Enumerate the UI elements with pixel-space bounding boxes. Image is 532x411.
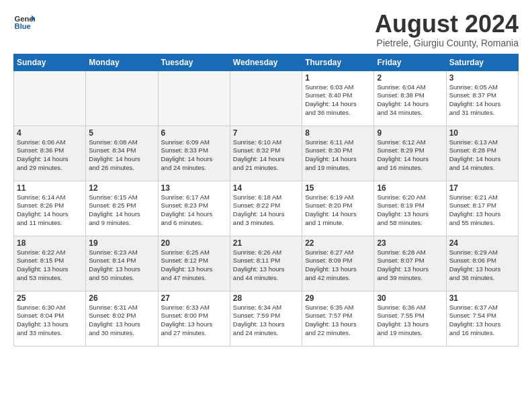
calendar-cell: 8Sunrise: 6:11 AMSunset: 8:30 PMDaylight… [302,126,374,181]
calendar-cell: 23Sunrise: 6:28 AMSunset: 8:07 PMDayligh… [374,236,446,291]
day-info: Sunrise: 6:10 AMSunset: 8:32 PMDaylight:… [233,138,299,173]
header: General Blue August 2024 Pietrele, Giurg… [13,11,519,48]
day-info: Sunrise: 6:25 AMSunset: 8:12 PMDaylight:… [161,248,227,283]
day-info: Sunrise: 6:34 AMSunset: 7:59 PMDaylight:… [233,304,299,338]
calendar-cell: 17Sunrise: 6:21 AMSunset: 8:17 PMDayligh… [446,181,518,236]
day-number: 3 [449,73,515,83]
day-info: Sunrise: 6:26 AMSunset: 8:11 PMDaylight:… [233,248,299,283]
calendar-cell: 25Sunrise: 6:30 AMSunset: 8:04 PMDayligh… [14,291,86,346]
day-info: Sunrise: 6:35 AMSunset: 7:57 PMDaylight:… [305,304,371,338]
calendar-week-4: 18Sunrise: 6:22 AMSunset: 8:15 PMDayligh… [14,236,519,291]
calendar-week-3: 11Sunrise: 6:14 AMSunset: 8:26 PMDayligh… [14,181,519,236]
col-tuesday: Tuesday [158,54,230,71]
day-number: 12 [89,183,154,193]
calendar-cell [158,71,230,126]
day-number: 11 [17,183,83,193]
calendar-cell: 7Sunrise: 6:10 AMSunset: 8:32 PMDaylight… [230,126,302,181]
calendar-cell: 24Sunrise: 6:29 AMSunset: 8:06 PMDayligh… [446,236,518,291]
day-number: 10 [449,128,515,138]
calendar-cell: 6Sunrise: 6:09 AMSunset: 8:33 PMDaylight… [158,126,230,181]
day-number: 4 [17,128,83,138]
day-number: 28 [233,293,299,303]
day-info: Sunrise: 6:09 AMSunset: 8:33 PMDaylight:… [161,138,227,173]
calendar-cell: 29Sunrise: 6:35 AMSunset: 7:57 PMDayligh… [302,291,374,346]
page: General Blue August 2024 Pietrele, Giurg… [0,0,532,353]
calendar-cell: 11Sunrise: 6:14 AMSunset: 8:26 PMDayligh… [14,181,86,236]
day-number: 27 [161,293,227,303]
logo: General Blue [13,11,35,32]
calendar-cell: 19Sunrise: 6:23 AMSunset: 8:14 PMDayligh… [86,236,158,291]
calendar-cell: 20Sunrise: 6:25 AMSunset: 8:12 PMDayligh… [158,236,230,291]
day-number: 17 [449,183,515,193]
day-info: Sunrise: 6:03 AMSunset: 8:40 PMDaylight:… [305,83,371,118]
day-info: Sunrise: 6:18 AMSunset: 8:22 PMDaylight:… [233,193,299,228]
calendar-cell [230,71,302,126]
day-info: Sunrise: 6:13 AMSunset: 8:28 PMDaylight:… [449,138,515,173]
col-monday: Monday [86,54,158,71]
day-number: 14 [233,183,299,193]
day-number: 5 [89,128,154,138]
day-info: Sunrise: 6:15 AMSunset: 8:25 PMDaylight:… [89,193,154,228]
calendar-week-5: 25Sunrise: 6:30 AMSunset: 8:04 PMDayligh… [14,291,519,346]
day-number: 2 [377,73,443,83]
day-number: 18 [17,238,83,248]
day-number: 6 [161,128,227,138]
day-number: 24 [449,238,515,248]
day-number: 13 [161,183,227,193]
day-info: Sunrise: 6:04 AMSunset: 8:38 PMDaylight:… [377,83,443,118]
day-info: Sunrise: 6:11 AMSunset: 8:30 PMDaylight:… [305,138,371,173]
day-info: Sunrise: 6:19 AMSunset: 8:20 PMDaylight:… [305,193,371,228]
day-info: Sunrise: 6:22 AMSunset: 8:15 PMDaylight:… [17,248,83,283]
day-number: 19 [89,238,154,248]
day-number: 26 [89,293,154,303]
title-block: August 2024 Pietrele, Giurgiu County, Ro… [375,11,519,48]
svg-text:Blue: Blue [15,22,31,30]
calendar-week-2: 4Sunrise: 6:06 AMSunset: 8:36 PMDaylight… [14,126,519,181]
day-info: Sunrise: 6:08 AMSunset: 8:34 PMDaylight:… [89,138,154,173]
day-number: 21 [233,238,299,248]
calendar-cell: 3Sunrise: 6:05 AMSunset: 8:37 PMDaylight… [446,71,518,126]
day-number: 9 [377,128,443,138]
calendar-week-1: 1Sunrise: 6:03 AMSunset: 8:40 PMDaylight… [14,71,519,126]
day-number: 25 [17,293,83,303]
day-number: 30 [377,293,443,303]
calendar-cell: 22Sunrise: 6:27 AMSunset: 8:09 PMDayligh… [302,236,374,291]
day-number: 23 [377,238,443,248]
day-number: 15 [305,183,371,193]
day-number: 31 [449,293,515,303]
calendar-cell: 5Sunrise: 6:08 AMSunset: 8:34 PMDaylight… [86,126,158,181]
calendar-cell: 31Sunrise: 6:37 AMSunset: 7:54 PMDayligh… [446,291,518,346]
day-info: Sunrise: 6:31 AMSunset: 8:02 PMDaylight:… [89,304,154,338]
calendar-cell: 10Sunrise: 6:13 AMSunset: 8:28 PMDayligh… [446,126,518,181]
calendar-cell: 28Sunrise: 6:34 AMSunset: 7:59 PMDayligh… [230,291,302,346]
calendar-cell: 4Sunrise: 6:06 AMSunset: 8:36 PMDaylight… [14,126,86,181]
day-number: 22 [305,238,371,248]
calendar-cell: 1Sunrise: 6:03 AMSunset: 8:40 PMDaylight… [302,71,374,126]
day-info: Sunrise: 6:28 AMSunset: 8:07 PMDaylight:… [377,248,443,283]
day-info: Sunrise: 6:37 AMSunset: 7:54 PMDaylight:… [449,304,515,338]
calendar-cell: 16Sunrise: 6:20 AMSunset: 8:19 PMDayligh… [374,181,446,236]
header-row: Sunday Monday Tuesday Wednesday Thursday… [14,54,519,71]
day-number: 20 [161,238,227,248]
col-sunday: Sunday [14,54,86,71]
calendar-cell: 27Sunrise: 6:33 AMSunset: 8:00 PMDayligh… [158,291,230,346]
day-info: Sunrise: 6:12 AMSunset: 8:29 PMDaylight:… [377,138,443,173]
calendar-cell: 2Sunrise: 6:04 AMSunset: 8:38 PMDaylight… [374,71,446,126]
calendar-cell [86,71,158,126]
day-number: 16 [377,183,443,193]
day-number: 1 [305,73,371,83]
calendar-cell: 21Sunrise: 6:26 AMSunset: 8:11 PMDayligh… [230,236,302,291]
calendar-cell: 26Sunrise: 6:31 AMSunset: 8:02 PMDayligh… [86,291,158,346]
day-info: Sunrise: 6:23 AMSunset: 8:14 PMDaylight:… [89,248,154,283]
subtitle: Pietrele, Giurgiu County, Romania [375,38,519,48]
calendar-cell: 9Sunrise: 6:12 AMSunset: 8:29 PMDaylight… [374,126,446,181]
calendar-cell: 14Sunrise: 6:18 AMSunset: 8:22 PMDayligh… [230,181,302,236]
logo-icon: General Blue [13,11,35,32]
day-info: Sunrise: 6:17 AMSunset: 8:23 PMDaylight:… [161,193,227,228]
col-wednesday: Wednesday [230,54,302,71]
calendar-cell: 18Sunrise: 6:22 AMSunset: 8:15 PMDayligh… [14,236,86,291]
calendar-cell [14,71,86,126]
day-info: Sunrise: 6:36 AMSunset: 7:55 PMDaylight:… [377,304,443,338]
day-number: 29 [305,293,371,303]
day-info: Sunrise: 6:29 AMSunset: 8:06 PMDaylight:… [449,248,515,283]
